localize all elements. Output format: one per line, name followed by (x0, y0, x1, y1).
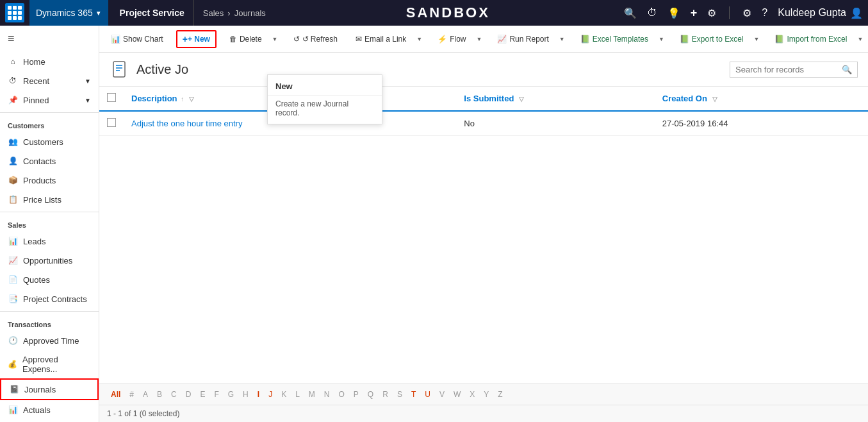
page-letter-n[interactable]: N (320, 388, 334, 401)
sidebar-item-quotes[interactable]: 📄 Quotes (0, 270, 99, 289)
search-input[interactable] (735, 65, 838, 74)
export-excel-button[interactable]: 📗 Export to Excel (675, 32, 749, 46)
search-box[interactable]: 🔍 (730, 62, 858, 78)
sidebar-approvedexp-label: Approved Expens... (22, 355, 91, 374)
excel-templates-button[interactable]: 📗 Excel Templates (575, 32, 653, 46)
delete-button[interactable]: 🗑 Delete (224, 32, 267, 46)
sidebar-item-customers[interactable]: 👥 Customers (0, 132, 99, 151)
page-letter-r[interactable]: R (379, 388, 392, 401)
email-dropdown[interactable]: ▼ (414, 33, 425, 45)
sidebar-item-recent[interactable]: ⏱ Recent ▼ (0, 71, 99, 90)
module-name[interactable]: Project Service (111, 0, 194, 26)
waffle-menu[interactable] (5, 3, 24, 22)
excel-templates-dropdown[interactable]: ▼ (656, 33, 667, 45)
filter-icon[interactable]: ▽ (189, 96, 194, 103)
row-checkbox-cell[interactable] (99, 111, 124, 136)
recent-icon[interactable]: ⏱ (647, 7, 657, 19)
run-report-dropdown[interactable]: ▼ (557, 33, 568, 45)
select-all-checkbox[interactable] (107, 93, 116, 102)
sidebar-item-products[interactable]: 📦 Products (0, 171, 99, 190)
page-letter-b[interactable]: B (153, 388, 166, 401)
sidebar-opportunities-label: Opportunities (23, 256, 72, 266)
products-icon: 📦 (8, 175, 18, 185)
page-letter-s[interactable]: S (393, 388, 406, 401)
sidebar-item-price-lists[interactable]: 📋 Price Lists (0, 190, 99, 209)
table-row[interactable]: Adjust the one hour time entry No 27-05-… (99, 111, 868, 136)
page-letter-u[interactable]: U (421, 388, 434, 401)
sidebar-item-leads[interactable]: 📊 Leads (0, 232, 99, 251)
refresh-button[interactable]: ↺ ↺ Refresh (288, 32, 343, 46)
sidebar-item-pinned[interactable]: 📌 Pinned ▼ (0, 90, 99, 110)
page-letter-y[interactable]: Y (480, 388, 493, 401)
created-on-column-header[interactable]: Created On ▽ (655, 87, 868, 111)
export-dropdown[interactable]: ▼ (751, 33, 762, 45)
page-letter-w[interactable]: W (450, 388, 464, 401)
page-letter-hash[interactable]: # (126, 388, 138, 401)
sidebar-item-project-contracts[interactable]: 📑 Project Contracts (0, 289, 99, 308)
filter-icon[interactable]: ⚙ (707, 7, 716, 19)
sidebar-contacts-label: Contacts (23, 156, 56, 166)
popup-title[interactable]: New (268, 78, 382, 96)
sidebar-item-approved-time[interactable]: 🕐 Approved Time (0, 331, 99, 350)
sidebar-item-approved-expenses[interactable]: 💰 Approved Expens... (0, 350, 99, 378)
page-letter-h[interactable]: H (239, 388, 252, 401)
add-icon[interactable]: + (691, 6, 698, 20)
settings-icon[interactable]: ⚙ (742, 7, 751, 19)
select-all-column[interactable] (99, 87, 124, 111)
hamburger-button[interactable]: ≡ (0, 26, 99, 52)
sidebar-item-home[interactable]: ⌂ Home (0, 52, 99, 71)
is-submitted-cell: No (456, 111, 654, 136)
page-letter-l[interactable]: L (291, 388, 304, 401)
lightbulb-icon[interactable]: 💡 (667, 7, 680, 19)
page-letter-v[interactable]: V (436, 388, 448, 401)
page-letter-x[interactable]: X (466, 388, 479, 401)
row-checkbox[interactable] (107, 118, 116, 127)
page-letter-t[interactable]: T (407, 388, 420, 401)
sidebar-item-contacts[interactable]: 👤 Contacts (0, 151, 99, 171)
search-box-icon[interactable]: 🔍 (842, 65, 852, 74)
app-name[interactable]: Dynamics 365 ▼ (29, 0, 108, 26)
is-submitted-filter-icon[interactable]: ▽ (519, 96, 524, 103)
sidebar-item-journals[interactable]: 📓 Journals (0, 378, 99, 400)
page-letter-m[interactable]: M (305, 388, 319, 401)
flow-button[interactable]: ⚡ Flow (432, 32, 471, 46)
is-submitted-column-header[interactable]: Is Submitted ▽ (456, 87, 654, 111)
delete-dropdown[interactable]: ▼ (270, 33, 281, 45)
page-letter-all[interactable]: All (107, 388, 124, 401)
user-profile[interactable]: Kuldeep Gupta 👤 (778, 7, 863, 19)
page-letter-e[interactable]: E (196, 388, 209, 401)
chart-icon: 📊 (111, 35, 120, 44)
pagination-bar: All # A B C D E F G H I J K L M N O P Q … (99, 384, 868, 405)
page-letter-i[interactable]: I (254, 388, 263, 401)
page-letter-f[interactable]: F (210, 388, 222, 401)
page-letter-a[interactable]: A (139, 388, 152, 401)
sidebar-item-opportunities[interactable]: 📈 Opportunities (0, 251, 99, 270)
quotes-icon: 📄 (8, 274, 18, 285)
created-on-cell: 27-05-2019 16:44 (655, 111, 868, 136)
record-count: 1 - 1 of 1 (0 selected) (99, 405, 868, 422)
breadcrumb-parent[interactable]: Sales (203, 8, 224, 18)
run-report-button[interactable]: 📈 Run Report (492, 32, 553, 46)
page-letter-d[interactable]: D (182, 388, 195, 401)
import-dropdown[interactable]: ▼ (855, 33, 865, 45)
sort-icon[interactable]: ↑ (181, 96, 184, 103)
page-letter-p[interactable]: P (350, 388, 363, 401)
flow-dropdown[interactable]: ▼ (474, 33, 485, 45)
page-letter-j[interactable]: J (265, 388, 276, 401)
sidebar: ≡ ⌂ Home ⏱ Recent ▼ 📌 Pinned ▼ Customers… (0, 26, 99, 422)
help-icon[interactable]: ? (762, 7, 767, 19)
import-chevron-icon: ▼ (857, 36, 863, 42)
created-on-filter-icon[interactable]: ▽ (712, 96, 717, 103)
sidebar-item-actuals[interactable]: 📊 Actuals (0, 400, 99, 419)
page-letter-o[interactable]: O (335, 388, 348, 401)
page-letter-g[interactable]: G (224, 388, 238, 401)
page-letter-k[interactable]: K (277, 388, 290, 401)
new-button[interactable]: + + New (176, 30, 217, 48)
search-icon[interactable]: 🔍 (624, 7, 637, 19)
show-chart-button[interactable]: 📊 Show Chart (106, 32, 168, 46)
page-letter-z[interactable]: Z (494, 388, 506, 401)
email-link-button[interactable]: ✉ Email a Link (350, 32, 411, 46)
page-letter-c[interactable]: C (167, 388, 181, 401)
page-letter-q[interactable]: Q (364, 388, 377, 401)
import-excel-button[interactable]: 📗 Import from Excel (769, 32, 852, 46)
